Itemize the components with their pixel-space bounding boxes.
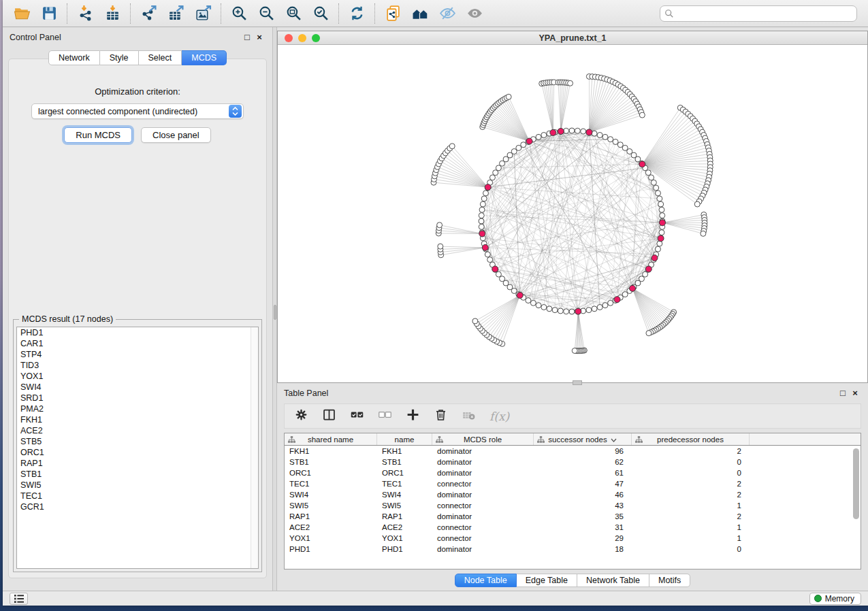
search-input[interactable] [660,5,857,22]
tab-select[interactable]: Select [139,50,182,65]
cell-successor-nodes[interactable]: 35 [534,511,632,522]
mcds-result-list[interactable]: PHD1CAR1STP4TID3YOX1SWI4SRD1PMA2FKH1ACE2… [16,327,259,569]
cell-MCDS-role[interactable]: connector [432,478,534,489]
cell-successor-nodes[interactable]: 96 [534,446,632,457]
mcds-result-item[interactable]: STB5 [17,436,258,447]
column-header-predecessor-nodes[interactable]: predecessor nodes [632,433,750,445]
table-row[interactable]: FKH1FKH1dominator962 [285,446,861,457]
cell-name[interactable]: FKH1 [377,446,432,457]
cell-predecessor-nodes[interactable]: 0 [632,467,750,478]
mcds-result-item[interactable]: STB1 [17,469,258,480]
tab-style[interactable]: Style [100,50,139,65]
cell-predecessor-nodes[interactable]: 1 [632,500,750,511]
cell-name[interactable]: PHD1 [377,544,432,555]
task-history-button[interactable] [10,593,28,605]
cell-MCDS-role[interactable]: dominator [432,446,534,457]
cell-successor-nodes[interactable]: 47 [534,478,632,489]
hide-selected-button[interactable] [434,3,461,24]
export-table-button[interactable] [162,3,189,24]
mcds-result-item[interactable]: RAP1 [17,458,258,469]
column-header-shared-name[interactable]: shared name [285,433,377,445]
cell-predecessor-nodes[interactable]: 1 [632,533,750,544]
cell-MCDS-role[interactable]: dominator [432,457,534,467]
mcds-result-item[interactable]: STP4 [17,349,258,360]
column-header-MCDS-role[interactable]: MCDS role [432,433,534,445]
cell-successor-nodes[interactable]: 61 [534,467,632,478]
cell-MCDS-role[interactable]: connector [432,522,534,533]
network-canvas[interactable] [278,45,867,382]
cell-shared-name[interactable]: STB1 [285,457,377,467]
table-row[interactable]: ACE2ACE2connector311 [285,522,861,533]
tab-mcds[interactable]: MCDS [182,50,227,65]
float-panel-icon[interactable]: □ [241,32,253,43]
cell-shared-name[interactable]: RAP1 [285,511,377,522]
open-file-button[interactable] [8,3,35,24]
mcds-result-item[interactable]: ORC1 [17,447,258,458]
column-header-name[interactable]: name [377,433,432,445]
close-panel-icon[interactable]: × [849,388,861,399]
cell-MCDS-role[interactable]: connector [432,500,534,511]
destroy-table-button[interactable] [462,408,476,425]
table-row[interactable]: SWI4SWI4dominator462 [285,489,861,500]
mcds-result-item[interactable]: SWI4 [17,382,258,393]
cell-MCDS-role[interactable]: dominator [432,511,534,522]
cell-predecessor-nodes[interactable]: 2 [632,511,750,522]
cell-predecessor-nodes[interactable]: 1 [632,522,750,533]
cell-predecessor-nodes[interactable]: 2 [632,446,750,457]
tab-motifs[interactable]: Motifs [649,574,690,587]
zoom-selected-button[interactable] [307,3,334,24]
cell-successor-nodes[interactable]: 43 [534,500,632,511]
table-row[interactable]: ORC1ORC1dominator610 [285,467,861,478]
cell-successor-nodes[interactable]: 18 [534,544,632,555]
table-row[interactable]: PHD1PHD1dominator180 [285,544,861,555]
export-image-button[interactable] [189,3,216,24]
panel-splitter[interactable] [272,27,277,591]
cell-successor-nodes[interactable]: 29 [534,533,632,544]
first-neighbors-button[interactable] [406,3,434,24]
cell-MCDS-role[interactable]: dominator [432,489,534,500]
cell-MCDS-role[interactable]: dominator [432,467,534,478]
tab-node-table[interactable]: Node Table [455,574,517,587]
mcds-result-item[interactable]: SWI5 [17,480,258,491]
save-session-button[interactable] [35,3,63,24]
import-table-button[interactable] [99,3,126,24]
add-row-button[interactable] [406,408,420,425]
mcds-result-item[interactable]: ACE2 [17,425,258,436]
mcds-result-item[interactable]: CAR1 [17,338,258,349]
mcds-result-item[interactable]: SRD1 [17,393,258,403]
cell-shared-name[interactable]: ACE2 [285,522,377,533]
close-panel-icon[interactable]: × [253,32,266,43]
table-row[interactable]: RAP1RAP1dominator352 [285,511,861,522]
zoom-fit-button[interactable] [280,3,307,24]
cell-MCDS-role[interactable]: dominator [432,544,534,555]
mcds-result-item[interactable]: GCR1 [17,501,258,512]
mcds-result-item[interactable]: FKH1 [17,414,258,425]
cell-shared-name[interactable]: FKH1 [285,446,377,457]
cell-successor-nodes[interactable]: 62 [534,457,632,467]
apply-layout-button[interactable] [343,3,370,24]
cell-name[interactable]: YOX1 [377,533,432,544]
cell-shared-name[interactable]: YOX1 [285,533,377,544]
cell-MCDS-role[interactable]: connector [432,533,534,544]
table-row[interactable]: STB1STB1dominator620 [285,457,861,467]
show-all-button[interactable] [461,3,488,24]
optimization-dropdown[interactable]: largest connected component (undirected) [31,103,244,119]
table-row[interactable]: SWI5SWI5connector431 [285,500,861,511]
cell-shared-name[interactable]: ORC1 [285,467,377,478]
graph-nodes[interactable] [431,73,713,353]
zoom-out-button[interactable] [253,3,280,24]
import-network-button[interactable] [71,3,99,24]
mcds-result-item[interactable]: PMA2 [17,403,258,414]
tab-edge-table[interactable]: Edge Table [517,574,577,587]
duplicate-network-button[interactable] [379,3,406,24]
table-scrollbar-thumb[interactable] [853,448,859,519]
horizontal-splitter-handle[interactable] [573,380,582,385]
cell-shared-name[interactable]: SWI5 [285,500,377,511]
splitter-handle[interactable] [274,305,276,320]
mcds-result-item[interactable]: PHD1 [17,327,258,338]
list-scrollbar-track[interactable] [251,327,258,568]
select-all-button[interactable] [350,408,364,425]
tab-network-table[interactable]: Network Table [577,574,649,587]
cell-shared-name[interactable]: PHD1 [285,544,377,555]
run-mcds-button[interactable]: Run MCDS [64,127,132,143]
